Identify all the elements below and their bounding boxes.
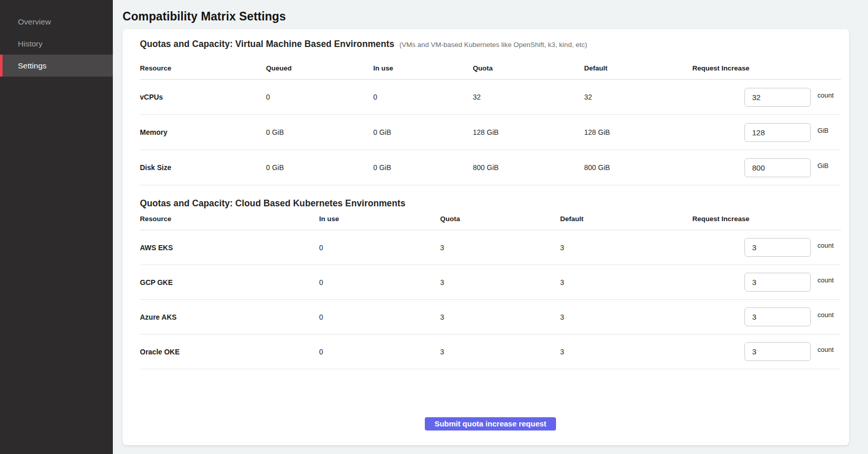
unit-label: count — [817, 91, 841, 99]
sidebar-item-label: History — [18, 39, 42, 49]
queued-value: 0 GiB — [266, 163, 373, 172]
unit-label: count — [817, 276, 841, 284]
request-increase-input[interactable] — [744, 88, 811, 107]
cloud-col-resource: Resource — [140, 215, 319, 223]
request-increase-input[interactable] — [744, 123, 811, 142]
cloud-col-request-increase: Request Increase — [692, 215, 841, 223]
request-increase-input[interactable] — [744, 158, 811, 177]
default-value: 128 GiB — [584, 128, 692, 136]
table-row: Oracle OKE 0 3 3 count — [140, 334, 841, 369]
cloud-section-title: Quotas and Capacity: Cloud Based Kuberne… — [140, 198, 405, 209]
quota-value: 128 GiB — [473, 128, 584, 136]
in-use-value: 0 — [319, 348, 440, 356]
cloud-col-quota: Quota — [440, 215, 560, 223]
vm-section-header: Quotas and Capacity: Virtual Machine Bas… — [140, 29, 841, 50]
request-increase-cell: count — [692, 307, 841, 326]
request-increase-input[interactable] — [744, 307, 811, 326]
request-increase-cell: count — [692, 342, 841, 361]
sidebar-item-overview[interactable]: Overview — [0, 11, 113, 33]
main-content: Compatibility Matrix Settings Quotas and… — [113, 0, 868, 454]
in-use-value: 0 — [373, 93, 473, 101]
in-use-value: 0 — [319, 278, 440, 286]
table-row: AWS EKS 0 3 3 count — [140, 230, 841, 265]
default-value: 32 — [584, 93, 692, 101]
vm-table-header: Resource Queued In use Quota Default Req… — [140, 50, 841, 80]
resource-name: Azure AKS — [140, 313, 319, 321]
in-use-value: 0 — [319, 313, 440, 321]
cloud-col-default: Default — [560, 215, 692, 223]
table-row: GCP GKE 0 3 3 count — [140, 265, 841, 300]
default-value: 3 — [560, 278, 692, 286]
vm-col-default: Default — [584, 64, 692, 72]
resource-name: AWS EKS — [140, 244, 319, 252]
resource-name: Memory — [140, 128, 266, 136]
vm-section-note: (VMs and VM-based Kubernetes like OpenSh… — [399, 41, 587, 49]
sidebar-item-label: Overview — [18, 17, 51, 27]
unit-label: GiB — [817, 127, 841, 134]
unit-label: GiB — [817, 162, 841, 170]
unit-label: count — [817, 311, 841, 319]
cloud-section-header: Quotas and Capacity: Cloud Based Kuberne… — [140, 185, 841, 209]
in-use-value: 0 GiB — [373, 128, 473, 136]
request-increase-cell: GiB — [692, 123, 841, 142]
resource-name: GCP GKE — [140, 278, 319, 286]
resource-name: Oracle OKE — [140, 348, 319, 356]
request-increase-cell: count — [692, 88, 841, 107]
quota-value: 3 — [440, 348, 560, 356]
vm-col-in-use: In use — [373, 64, 473, 72]
quota-value: 3 — [440, 313, 560, 321]
sidebar-item-settings[interactable]: Settings — [0, 55, 113, 77]
quota-value: 32 — [473, 93, 584, 101]
vm-col-resource: Resource — [140, 64, 266, 72]
resource-name: vCPUs — [140, 93, 266, 101]
submit-quota-increase-button[interactable]: Submit quota increase request — [425, 417, 556, 431]
queued-value: 0 — [266, 93, 373, 101]
cloud-table-header: Resource In use Quota Default Request In… — [140, 209, 841, 230]
request-increase-cell: count — [692, 273, 841, 292]
vm-section-title: Quotas and Capacity: Virtual Machine Bas… — [140, 38, 394, 50]
request-increase-input[interactable] — [744, 238, 811, 257]
vm-col-quota: Quota — [473, 64, 584, 72]
request-increase-input[interactable] — [744, 273, 811, 292]
sidebar-item-label: Settings — [18, 61, 46, 70]
in-use-value: 0 GiB — [373, 163, 473, 172]
quota-value: 3 — [440, 278, 560, 286]
resource-name: Disk Size — [140, 163, 266, 172]
table-row: vCPUs 0 0 32 32 count — [140, 80, 841, 115]
unit-label: count — [817, 346, 841, 353]
vm-col-queued: Queued — [266, 64, 373, 72]
default-value: 800 GiB — [584, 163, 692, 172]
default-value: 3 — [560, 348, 692, 356]
cloud-table-body: AWS EKS 0 3 3 count GCP GKE 0 3 3 count … — [140, 230, 841, 369]
quota-value: 800 GiB — [473, 163, 584, 172]
request-increase-input[interactable] — [744, 342, 811, 361]
table-row: Memory 0 GiB 0 GiB 128 GiB 128 GiB GiB — [140, 115, 841, 150]
request-increase-cell: count — [692, 238, 841, 257]
cloud-col-in-use: In use — [319, 215, 440, 223]
card-footer: Submit quota increase request — [140, 369, 841, 431]
table-row: Azure AKS 0 3 3 count — [140, 300, 841, 334]
unit-label: count — [817, 242, 841, 249]
queued-value: 0 GiB — [266, 128, 373, 136]
page-title: Compatibility Matrix Settings — [123, 0, 849, 23]
vm-table-body: vCPUs 0 0 32 32 count Memory 0 GiB 0 GiB… — [140, 80, 841, 185]
default-value: 3 — [560, 313, 692, 321]
sidebar-nav: Overview History Settings — [0, 0, 113, 454]
request-increase-cell: GiB — [692, 158, 841, 177]
default-value: 3 — [560, 244, 692, 252]
table-row: Disk Size 0 GiB 0 GiB 800 GiB 800 GiB Gi… — [140, 150, 841, 185]
sidebar-item-history[interactable]: History — [0, 33, 113, 55]
vm-col-request-increase: Request Increase — [692, 64, 841, 72]
in-use-value: 0 — [319, 244, 440, 252]
quota-value: 3 — [440, 244, 560, 252]
settings-card: Quotas and Capacity: Virtual Machine Bas… — [123, 29, 849, 445]
